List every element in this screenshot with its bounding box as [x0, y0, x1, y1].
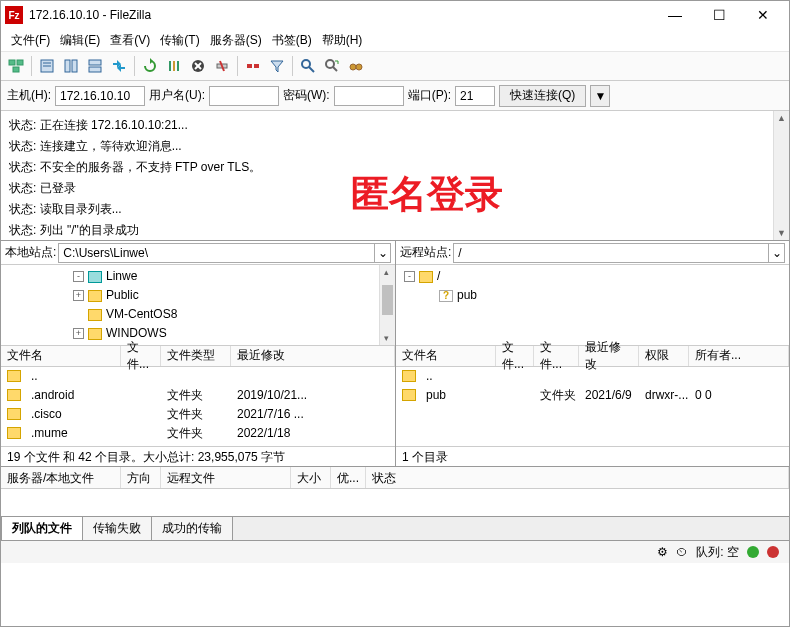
user-label: 用户名(U): — [149, 87, 205, 104]
expander-icon[interactable]: - — [404, 271, 415, 282]
status-bar: ⚙ ⏲ 队列: 空 — [1, 541, 789, 563]
toggle-queue-icon[interactable] — [84, 55, 106, 77]
remote-path-dropdown[interactable]: ⌄ — [769, 243, 785, 263]
reconnect-icon[interactable] — [242, 55, 264, 77]
svg-point-24 — [350, 64, 356, 70]
quick-connect-button[interactable]: 快速连接(Q) — [499, 85, 586, 107]
tree-item-label[interactable]: Public — [106, 286, 139, 305]
close-button[interactable]: ✕ — [741, 1, 785, 29]
col-modified[interactable]: 最近修改 — [579, 346, 639, 366]
col-prio[interactable]: 优... — [331, 467, 366, 488]
col-perm[interactable]: 权限 — [639, 346, 689, 366]
remote-list-header: 文件名 文件... 文件... 最近修改 权限 所有者... — [396, 345, 789, 367]
pass-input[interactable] — [334, 86, 404, 106]
menu-transfer[interactable]: 传输(T) — [156, 30, 203, 51]
menu-file[interactable]: 文件(F) — [7, 30, 54, 51]
col-type[interactable]: 文件... — [534, 346, 579, 366]
remote-status: 1 个目录 — [396, 446, 789, 466]
col-size[interactable]: 大小 — [291, 467, 331, 488]
tab-success[interactable]: 成功的传输 — [151, 516, 233, 540]
menu-bookmarks[interactable]: 书签(B) — [268, 30, 316, 51]
tree-item-label[interactable]: VM-CentOS8 — [106, 305, 177, 324]
col-server[interactable]: 服务器/本地文件 — [1, 467, 121, 488]
svg-rect-12 — [177, 61, 179, 71]
remote-tree[interactable]: -/ ?pub — [396, 265, 789, 307]
remote-site-label: 远程站点: — [400, 244, 451, 261]
svg-rect-11 — [173, 61, 175, 71]
tree-item-label[interactable]: WINDOWS — [106, 324, 167, 343]
tree-item-label[interactable]: / — [437, 267, 440, 286]
col-remote[interactable]: 远程文件 — [161, 467, 291, 488]
remote-file-list[interactable]: .. pub文件夹2021/6/9drwxr-...0 0 — [396, 367, 789, 447]
quick-connect-dropdown[interactable]: ▼ — [590, 85, 610, 107]
menu-bar: 文件(F) 编辑(E) 查看(V) 传输(T) 服务器(S) 书签(B) 帮助(… — [1, 29, 789, 51]
port-label: 端口(P): — [408, 87, 451, 104]
local-status: 19 个文件 和 42 个目录。大小总计: 23,955,075 字节 — [1, 446, 395, 466]
local-path-input[interactable] — [58, 243, 375, 263]
compare-icon[interactable] — [297, 55, 319, 77]
site-manager-icon[interactable] — [5, 55, 27, 77]
folder-icon — [88, 328, 102, 340]
svg-rect-18 — [247, 64, 252, 68]
col-modified[interactable]: 最近修改 — [231, 346, 395, 366]
tab-failed[interactable]: 传输失败 — [82, 516, 152, 540]
svg-rect-19 — [254, 64, 259, 68]
toggle-log-icon[interactable] — [36, 55, 58, 77]
unknown-folder-icon: ? — [439, 290, 453, 302]
col-owner[interactable]: 所有者... — [689, 346, 789, 366]
col-name[interactable]: 文件名 — [1, 346, 121, 366]
menu-edit[interactable]: 编辑(E) — [56, 30, 104, 51]
search-icon[interactable] — [321, 55, 343, 77]
folder-icon — [7, 427, 21, 439]
local-tree-scrollbar[interactable] — [379, 265, 395, 345]
expander-icon[interactable]: + — [73, 328, 84, 339]
col-type[interactable]: 文件类型 — [161, 346, 231, 366]
menu-server[interactable]: 服务器(S) — [206, 30, 266, 51]
tree-item-label[interactable]: Linwe — [106, 267, 137, 286]
toggle-tree-icon[interactable] — [60, 55, 82, 77]
expander-icon[interactable]: - — [73, 271, 84, 282]
minimize-button[interactable]: — — [653, 1, 697, 29]
binoculars-icon[interactable] — [345, 55, 367, 77]
queue-list[interactable] — [1, 489, 789, 517]
folder-icon — [88, 290, 102, 302]
col-status[interactable]: 状态 — [366, 467, 789, 488]
refresh-icon[interactable] — [139, 55, 161, 77]
port-input[interactable] — [455, 86, 495, 106]
local-tree[interactable]: -Linwe +Public VM-CentOS8 +WINDOWS Windo… — [1, 265, 395, 345]
gear-icon[interactable]: ⚙ — [657, 545, 668, 559]
filter-icon[interactable] — [266, 55, 288, 77]
expander-icon[interactable]: + — [73, 290, 84, 301]
col-size[interactable]: 文件... — [496, 346, 534, 366]
local-site-label: 本地站点: — [5, 244, 56, 261]
host-label: 主机(H): — [7, 87, 51, 104]
svg-rect-7 — [72, 60, 77, 72]
cancel-icon[interactable] — [187, 55, 209, 77]
local-list-header: 文件名 文件... 文件类型 最近修改 — [1, 345, 395, 367]
col-dir[interactable]: 方向 — [121, 467, 161, 488]
tree-item-label[interactable]: pub — [457, 286, 477, 305]
lock-icon[interactable]: ⏲ — [676, 545, 688, 559]
app-icon: Fz — [5, 6, 23, 24]
activity-led-red — [767, 546, 779, 558]
sync-browse-icon[interactable] — [108, 55, 130, 77]
user-input[interactable] — [209, 86, 279, 106]
tab-queued[interactable]: 列队的文件 — [1, 516, 83, 540]
maximize-button[interactable]: ☐ — [697, 1, 741, 29]
remote-path-input[interactable] — [453, 243, 769, 263]
menu-view[interactable]: 查看(V) — [106, 30, 154, 51]
folder-icon — [7, 370, 21, 382]
local-path-dropdown[interactable]: ⌄ — [375, 243, 391, 263]
local-file-list[interactable]: .. .android文件夹2019/10/21... .cisco文件夹202… — [1, 367, 395, 447]
log-scrollbar[interactable] — [773, 111, 789, 240]
quick-connect-bar: 主机(H): 用户名(U): 密码(W): 端口(P): 快速连接(Q) ▼ — [1, 81, 789, 111]
disconnect-icon[interactable] — [211, 55, 233, 77]
menu-help[interactable]: 帮助(H) — [318, 30, 367, 51]
col-name[interactable]: 文件名 — [396, 346, 496, 366]
folder-icon — [88, 309, 102, 321]
col-size[interactable]: 文件... — [121, 346, 161, 366]
tree-item-label[interactable]: Windows10Upgrade — [106, 343, 214, 345]
list-item: pub文件夹2021/6/9drwxr-...0 0 — [396, 386, 789, 405]
process-queue-icon[interactable] — [163, 55, 185, 77]
host-input[interactable] — [55, 86, 145, 106]
